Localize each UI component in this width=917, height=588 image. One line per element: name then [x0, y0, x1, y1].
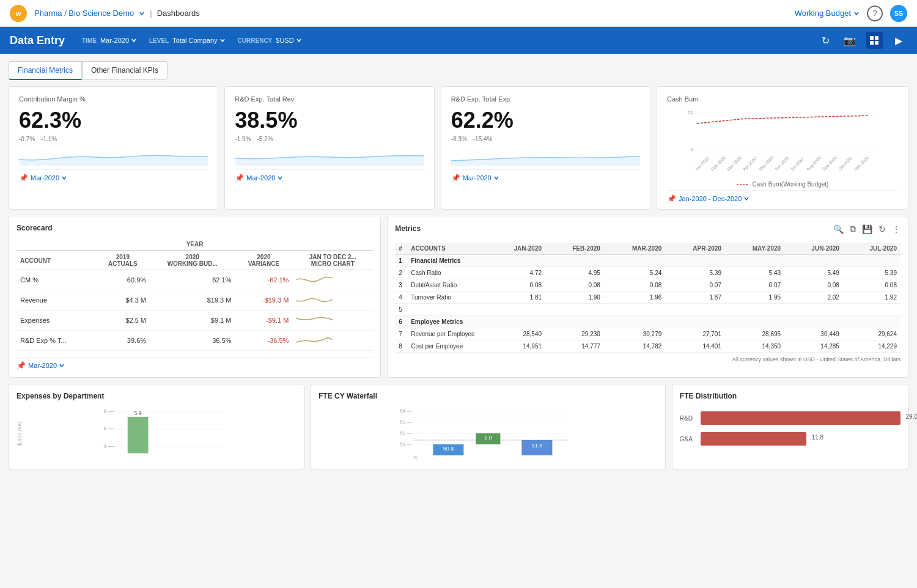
- svg-text:Jun-2020: Jun-2020: [774, 156, 790, 172]
- chevron-down-icon: [278, 175, 282, 180]
- svg-rect-4: [870, 41, 874, 45]
- kpi-title-3: R&D Exp. Total Exp.: [451, 95, 640, 103]
- metrics-row-debt-asset: 3 Debt/Asset Ratio 0.08 0.08 0.08 0.07 0…: [395, 279, 900, 292]
- kpi-change2-1: -1.1%: [41, 136, 57, 142]
- svg-text:May-2020: May-2020: [758, 155, 775, 172]
- svg-text:Feb-2020: Feb-2020: [710, 155, 726, 171]
- currency-value[interactable]: $USD: [276, 37, 301, 44]
- svg-text:53 —: 53 —: [400, 419, 411, 425]
- svg-rect-28: [128, 417, 149, 454]
- level-filter[interactable]: LEVEL Total Company: [149, 37, 226, 44]
- copy-icon[interactable]: ⧉: [850, 224, 856, 234]
- scorecard-footer[interactable]: 📌 Mar-2020: [17, 357, 373, 370]
- ga-value: 11.8: [812, 434, 823, 441]
- metrics-row-empty: 5: [395, 304, 900, 316]
- breadcrumb-app[interactable]: Pharma / Bio Science Demo: [34, 9, 134, 18]
- workday-logo: w: [10, 5, 27, 22]
- bottom-row: Expenses by Department $,000,000 8 — 6 —…: [9, 384, 908, 469]
- main-content: Financial Metrics Other Financial KPIs C…: [0, 54, 917, 588]
- svg-text:Mar-2020: Mar-2020: [726, 155, 742, 171]
- sparkline-1: [19, 147, 208, 166]
- svg-text:5.9: 5.9: [134, 410, 142, 416]
- time-filter[interactable]: TIME Mar-2020: [82, 37, 137, 44]
- svg-rect-2: [870, 36, 874, 40]
- metrics-toolbar: 🔍 ⧉ 💾 ↻ ⋮: [833, 224, 900, 234]
- fte-distribution-chart: R&D 29.0 G&A 11.8: [680, 406, 900, 446]
- cash-burn-card: Cash Burn 20 0 Jan-2020 Feb-2020 Mar-202…: [657, 86, 908, 210]
- rd-label: R&D: [680, 415, 697, 422]
- kpi-card-rd-total-exp: R&D Exp. Total Exp. 62.2% -8.3% -15.4% 📌…: [441, 86, 650, 210]
- svg-text:w: w: [15, 10, 21, 17]
- chevron-down-icon: [131, 37, 137, 43]
- chevron-down-icon: [296, 37, 302, 43]
- kpi-card-rd-total-rev: R&D Exp. Total Rev 38.5% -1.9% -5.2% 📌 M…: [224, 86, 434, 210]
- page-title: Data Entry: [10, 34, 65, 47]
- svg-text:Sep-2020: Sep-2020: [822, 155, 838, 172]
- scorecard-table: YEAR ACCOUNT 2019ACTUALS 2020WORKING BUD…: [17, 238, 373, 351]
- cash-burn-chart: 20 0 Jan-2020 Feb-2020 Mar-2020 Apr-2020…: [667, 105, 898, 178]
- svg-text:50.8: 50.8: [443, 446, 454, 452]
- kpi-title-1: Contribution Margin %: [19, 95, 208, 103]
- video-icon[interactable]: ▶: [890, 32, 907, 49]
- fte-waterfall-chart: 54 — 53 — 52 — 51 — 50.8 1.0: [319, 406, 658, 461]
- metrics-row-revenue-employee: 7 Revenue per Employee 28,540 29,230 30,…: [395, 328, 900, 340]
- search-icon[interactable]: 🔍: [833, 224, 844, 234]
- col-jul2020: JUL-2020: [843, 243, 900, 255]
- col-may2020: MAY-2020: [725, 243, 784, 255]
- chevron-down-icon: [853, 10, 860, 17]
- svg-text:54 —: 54 —: [400, 408, 411, 414]
- header-right-controls: ↻ 📷 ▶: [817, 32, 907, 49]
- scorecard-row-revenue: Revenue $4.3 M $19.3 M -$19.3 M: [17, 290, 373, 311]
- cash-burn-footer[interactable]: 📌 Jan-2020 - Dec-2020: [667, 190, 898, 203]
- camera-icon[interactable]: 📷: [841, 32, 858, 49]
- currency-filter[interactable]: CURRENCY $USD: [238, 37, 302, 44]
- more-icon[interactable]: ⋮: [892, 224, 900, 234]
- kpi-change2-2: -5.2%: [257, 136, 273, 142]
- sparkline-2: [235, 147, 424, 166]
- help-button[interactable]: ?: [867, 6, 883, 21]
- metrics-table: # ACCOUNTS JAN-2020 FEB-2020 MAR-2020 AP…: [395, 243, 900, 353]
- main-tabs: Financial Metrics Other Financial KPIs: [9, 61, 908, 80]
- save-icon[interactable]: 💾: [862, 224, 872, 234]
- refresh-icon[interactable]: ↻: [878, 224, 886, 234]
- svg-text:52 —: 52 —: [400, 430, 411, 436]
- level-value[interactable]: Total Company: [172, 37, 225, 44]
- kpi-footer-1[interactable]: 📌 Mar-2020: [19, 169, 208, 182]
- chevron-down-icon: [59, 363, 64, 368]
- scorecard-row-expenses: Expenses $2.5 M $9.1 M -$9.1 M: [17, 311, 373, 331]
- middle-row: Scorecard YEAR ACCOUNT 2019ACTUALS 2020W…: [9, 216, 908, 378]
- breadcrumb-section[interactable]: Dashboards: [157, 9, 200, 18]
- working-budget-dropdown[interactable]: Working Budget: [795, 9, 860, 18]
- svg-text:Oct-2020: Oct-2020: [838, 156, 853, 171]
- metrics-footer-note: All currency values shown in USD - Unite…: [395, 356, 900, 362]
- kpi-change1-3: -8.3%: [451, 136, 467, 142]
- col-feb2020: FEB-2020: [545, 243, 604, 255]
- currency-label: CURRENCY: [238, 37, 273, 44]
- kpi-footer-2[interactable]: 📌 Mar-2020: [235, 169, 424, 182]
- time-label: TIME: [82, 37, 97, 44]
- refresh-icon[interactable]: ↻: [817, 32, 834, 49]
- tab-financial-metrics[interactable]: Financial Metrics: [9, 61, 82, 80]
- expenses-title: Expenses by Department: [17, 392, 296, 400]
- kpi-change1-1: -0.7%: [19, 136, 35, 142]
- col-account: ACCOUNT: [17, 251, 96, 270]
- tab-other-financial-kpis[interactable]: Other Financial KPIs: [82, 61, 168, 80]
- scorecard-row-rd: R&D Exp % T... 39.6% 36.5% -36.5%: [17, 331, 373, 351]
- user-avatar[interactable]: SS: [890, 5, 907, 22]
- col-2020-budget: 2020WORKING BUD...: [150, 251, 235, 270]
- kpi-changes-1: -0.7% -1.1%: [19, 136, 208, 142]
- header-bar: Data Entry TIME Mar-2020 LEVEL Total Com…: [0, 27, 917, 54]
- chevron-down-icon: [494, 175, 499, 180]
- svg-text:1.0: 1.0: [484, 435, 492, 441]
- svg-rect-5: [875, 41, 878, 45]
- top-navigation: w Pharma / Bio Science Demo | Dashboards…: [0, 0, 917, 27]
- time-value[interactable]: Mar-2020: [100, 37, 137, 44]
- scorecard-card: Scorecard YEAR ACCOUNT 2019ACTUALS 2020W…: [9, 216, 381, 378]
- kpi-footer-3[interactable]: 📌 Mar-2020: [451, 169, 640, 182]
- svg-text:8 —: 8 —: [103, 408, 114, 414]
- expenses-card: Expenses by Department $,000,000 8 — 6 —…: [9, 384, 304, 469]
- breadcrumb[interactable]: Pharma / Bio Science Demo | Dashboards: [34, 9, 200, 18]
- kpi-changes-3: -8.3% -15.4%: [451, 136, 640, 142]
- pin-icon-sc: 📌: [17, 361, 26, 370]
- grid-icon[interactable]: [866, 32, 883, 49]
